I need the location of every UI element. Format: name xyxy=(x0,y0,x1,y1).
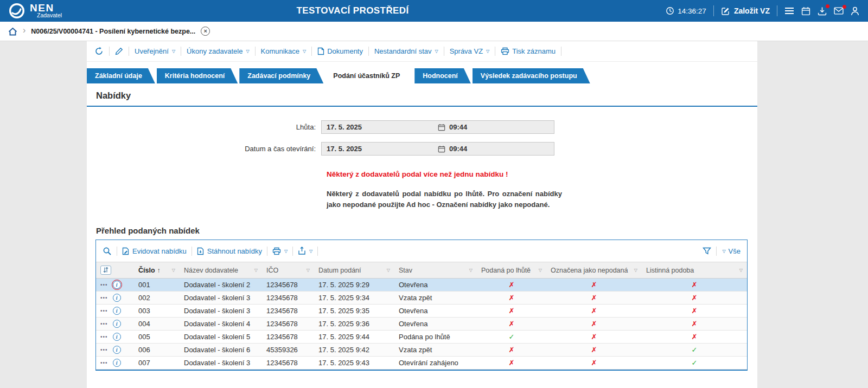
menu-komunikace[interactable]: Komunikace▽ xyxy=(261,47,307,55)
downloads-icon[interactable] xyxy=(818,7,827,16)
chevron-down-icon[interactable]: ▽ xyxy=(634,268,637,273)
column-header-podana-po-lhute[interactable]: Podaná po lhůtě▽ xyxy=(477,262,546,279)
tab-zadavaci-podminky[interactable]: Zadávací podmínky xyxy=(239,68,323,83)
row-menu-button[interactable]: ••• xyxy=(100,295,108,301)
column-header-oznacena-jako-nepodana[interactable]: Označena jako nepodaná▽ xyxy=(546,262,642,279)
calendar-icon[interactable] xyxy=(438,124,445,131)
cell-ico: 12345678 xyxy=(262,292,314,305)
column-header-cislo[interactable]: Číslo↑▽ xyxy=(134,262,180,279)
row-menu-button[interactable]: ••• xyxy=(100,347,108,353)
deadline-date-input[interactable]: 17. 5. 2025 xyxy=(322,123,438,131)
breadcrumb-separator: › xyxy=(23,25,25,35)
row-menu-button[interactable]: ••• xyxy=(100,321,108,327)
cell-oznacena-jako-nepodana: ✗ xyxy=(546,344,642,357)
nen-brand[interactable]: NEN Zadavatel xyxy=(9,3,62,19)
tab-zakladni-udaje[interactable]: Základní údaje xyxy=(87,68,155,83)
chevron-down-icon[interactable]: ▽ xyxy=(254,268,258,273)
column-header-ico[interactable]: IČO▽ xyxy=(262,262,314,279)
table-row[interactable]: •••i 003 Dodavatel - školení 3 12345678 … xyxy=(96,305,747,318)
cell-podana-po-lhute: ✗ xyxy=(477,279,546,292)
table-row[interactable]: •••i 005 Dodavatel - školení 5 12345678 … xyxy=(96,331,747,344)
column-header-stav[interactable]: Stav▽ xyxy=(394,262,477,279)
table-row[interactable]: •••i 006 Dodavatel - školení 6 45359326 … xyxy=(96,344,747,357)
brand-name: NEN xyxy=(30,3,62,12)
row-info-icon[interactable]: i xyxy=(113,346,121,354)
column-settings-icon[interactable] xyxy=(100,266,111,275)
cell-listinna-podoba: ✓ xyxy=(642,344,747,357)
row-menu-button[interactable]: ••• xyxy=(100,308,108,314)
row-info-icon[interactable]: i xyxy=(113,359,121,367)
cell-listinna-podoba: ✗ xyxy=(642,305,747,318)
printer-icon xyxy=(501,47,509,55)
calendar-icon[interactable] xyxy=(801,7,810,16)
menu-ukony-zadavatele[interactable]: Úkony zadavatele▽ xyxy=(187,47,250,55)
grid-export-button[interactable]: ▽ xyxy=(298,247,312,255)
calendar-icon[interactable] xyxy=(438,145,445,153)
column-settings-header[interactable] xyxy=(96,262,134,279)
row-info-icon[interactable]: i xyxy=(113,307,121,315)
column-header-listinna-podoba[interactable]: Listinná podoba▽ xyxy=(642,262,747,279)
table-row[interactable]: •••i 004 Dodavatel - školení 4 12345678 … xyxy=(96,318,747,331)
print-record-button[interactable]: Tisk záznamu xyxy=(501,47,556,55)
cell-stav: Podána po lhůtě xyxy=(394,331,477,344)
menu-nestandardni-stav[interactable]: Nestandardní stav▽ xyxy=(374,47,438,55)
create-vz-button[interactable]: Založit VZ xyxy=(721,7,770,16)
row-menu-button[interactable]: ••• xyxy=(100,360,108,366)
register-bid-button[interactable]: Evidovat nabídku xyxy=(122,247,187,255)
divider xyxy=(129,47,129,56)
home-icon[interactable] xyxy=(8,27,17,36)
menu-icon[interactable] xyxy=(784,7,794,15)
chevron-down-icon[interactable]: ▽ xyxy=(539,268,542,273)
messages-icon[interactable] xyxy=(834,7,844,15)
breadcrumb-item[interactable]: N006/25/V00004741 - Posílení kybernetick… xyxy=(31,28,195,35)
chevron-down-icon[interactable]: ▽ xyxy=(469,268,473,273)
column-header-nazev-dodavatele[interactable]: Název dodavatele▽ xyxy=(180,262,262,279)
export-icon xyxy=(298,247,306,255)
row-info-icon[interactable]: i xyxy=(113,294,121,302)
table-row[interactable]: •••i 001 Dodavatel - školení 2 12345678 … xyxy=(96,279,747,292)
row-info-icon[interactable]: i xyxy=(113,281,121,289)
tab-vysledek[interactable]: Výsledek zadávacího postupu xyxy=(473,68,590,83)
menu-dokumenty[interactable]: Dokumenty xyxy=(317,47,363,55)
chevron-down-icon[interactable]: ▽ xyxy=(172,268,175,273)
downloads-notification-badge xyxy=(826,4,829,8)
filter-preset-select[interactable]: ▽Vše xyxy=(722,247,741,255)
row-info-icon[interactable]: i xyxy=(113,333,121,341)
cell-nazev-dodavatele: Dodavatel - školení 4 xyxy=(180,318,262,331)
tab-podani-ucastniku-zp[interactable]: Podání účastníků ZP xyxy=(325,68,413,83)
cell-nazev-dodavatele: Dodavatel - školení 3 xyxy=(180,357,262,370)
user-profile-icon[interactable] xyxy=(851,7,859,16)
row-menu-button[interactable]: ••• xyxy=(100,282,108,288)
row-info-icon[interactable]: i xyxy=(113,320,121,328)
filter-icon[interactable] xyxy=(703,247,711,255)
divider xyxy=(444,47,444,56)
content-panel: Uveřejnění▽ Úkony zadavatele▽ Komunikace… xyxy=(87,41,757,388)
column-header-datum-podani[interactable]: Datum podání▽ xyxy=(314,262,394,279)
row-menu-button[interactable]: ••• xyxy=(100,334,108,340)
tab-kriteria-hodnoceni[interactable]: Kritéria hodnocení xyxy=(157,68,238,83)
table-row[interactable]: •••i 002 Dodavatel - školení 3 12345678 … xyxy=(96,292,747,305)
warning-multiple-bids: Některý z dodavatelů podal více než jedn… xyxy=(327,170,757,178)
table-row[interactable]: •••i 007 Dodavatel - školení 3 12345678 … xyxy=(96,357,747,370)
tab-hodnoceni[interactable]: Hodnocení xyxy=(414,68,471,83)
cell-listinna-podoba: ✗ xyxy=(642,318,747,331)
undo-icon[interactable] xyxy=(94,47,104,56)
cell-cislo: 001 xyxy=(134,279,180,292)
cell-datum-podani: 17. 5. 2025 9:42 xyxy=(314,344,394,357)
close-icon[interactable]: × xyxy=(201,27,210,36)
menu-uverejneni[interactable]: Uveřejnění▽ xyxy=(135,47,175,55)
divider xyxy=(713,5,714,16)
deadline-time-input[interactable]: 09:44 xyxy=(449,123,554,131)
chevron-down-icon[interactable]: ▽ xyxy=(307,268,310,273)
chevron-down-icon[interactable]: ▽ xyxy=(739,268,743,273)
opening-date-input[interactable]: 17. 5. 2025 xyxy=(322,145,438,153)
menu-sprava-vz[interactable]: Správa VZ▽ xyxy=(450,47,490,55)
edit-icon[interactable] xyxy=(115,47,123,55)
grid-print-button[interactable]: ▽ xyxy=(272,247,288,255)
cell-datum-podani: 17. 5. 2025 9:43 xyxy=(314,357,394,370)
opening-time-input[interactable]: 09:44 xyxy=(449,145,554,153)
chevron-down-icon[interactable]: ▽ xyxy=(387,268,390,273)
cell-datum-podani: 17. 5. 2025 9:35 xyxy=(314,305,394,318)
search-icon[interactable] xyxy=(103,247,112,256)
download-bids-button[interactable]: Stáhnout nabídky xyxy=(197,247,262,255)
